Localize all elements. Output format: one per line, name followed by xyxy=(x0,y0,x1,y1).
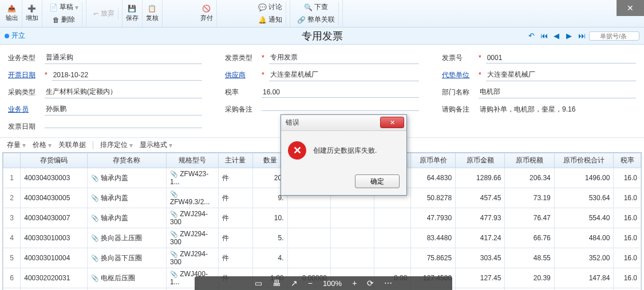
inv-type-field[interactable]: 专用发票 xyxy=(269,51,419,64)
cell-spec[interactable]: 📎 ZFW49.3/2... xyxy=(166,188,218,208)
cell-code[interactable]: 400303010004 xyxy=(21,248,88,268)
zoom-in-button[interactable]: + xyxy=(352,279,357,288)
col-total[interactable]: 原币价税合计 xyxy=(554,153,614,168)
cell-amt[interactable]: 303.45 xyxy=(456,248,505,268)
col-price[interactable]: 原币单价 xyxy=(411,153,456,168)
cell-spec[interactable]: 📎 ZWJ294-300 xyxy=(166,228,218,248)
pur-type-field[interactable]: 生产材料采购(定额内） xyxy=(45,86,202,98)
zoom-rotate-icon[interactable]: ⟳ xyxy=(367,279,374,288)
cell-name[interactable]: 📎 前轴承外盖 xyxy=(87,288,166,291)
zoom-print-icon[interactable]: 🖶 xyxy=(272,279,280,288)
cell-tax[interactable]: 206.34 xyxy=(505,168,554,188)
cell-rate[interactable]: 16.0 xyxy=(614,288,641,291)
cell-tax[interactable]: 73.19 xyxy=(505,188,554,208)
cell-rate[interactable]: 16.0 xyxy=(614,208,641,228)
related-button[interactable]: 🔗整单关联 xyxy=(294,14,339,26)
cell-unit[interactable]: 件 xyxy=(218,228,252,248)
cell-price[interactable]: 47.7930 xyxy=(411,208,456,228)
cell-name[interactable]: 📎 换向器下压圈 xyxy=(87,248,166,268)
cell-price[interactable]: 64.4830 xyxy=(411,168,456,188)
cell-total[interactable]: 171.60 xyxy=(554,288,614,291)
cell-name[interactable]: 📎 换向器上压圈 xyxy=(87,228,166,248)
dept-field[interactable]: 电机部 xyxy=(479,86,636,98)
supplier-field[interactable]: 大连奎星机械厂 xyxy=(269,69,419,81)
cell-h6[interactable] xyxy=(287,228,331,248)
tax-rate-field[interactable]: 16.00 xyxy=(262,87,419,98)
adv-unit-field[interactable]: 大连奎星机械厂 xyxy=(486,69,636,81)
cell-h8[interactable] xyxy=(374,208,411,228)
inv-no-field[interactable]: 0001 xyxy=(486,53,636,63)
biz-type-field[interactable]: 普通采购 xyxy=(45,51,202,64)
first-button[interactable]: ⏮ xyxy=(539,31,549,41)
cell-code[interactable]: 400302020031 xyxy=(21,268,88,288)
add-button[interactable]: ➕ 增加 xyxy=(22,0,42,27)
cell-amt[interactable]: 477.93 xyxy=(456,208,505,228)
table-row[interactable]: 3400304030007📎 轴承内盖📎 ZWJ294-300件10.47.79… xyxy=(3,208,641,228)
cell-amt[interactable]: 457.45 xyxy=(456,188,505,208)
cell-tax[interactable]: 76.47 xyxy=(505,208,554,228)
price-button[interactable]: 价格▾ xyxy=(33,140,52,150)
cell-name[interactable]: 📎 轴承内盖 xyxy=(87,168,166,188)
cell-amt[interactable]: 147.93 xyxy=(456,288,505,291)
cell-total[interactable]: 352.00 xyxy=(554,248,614,268)
cell-spec[interactable]: 📎 ZWJ294-300 xyxy=(166,208,218,228)
cell-name[interactable]: 📎 电枢后压圈 xyxy=(87,268,166,288)
audit-button[interactable]: 📋 复核 xyxy=(143,0,163,27)
col-tax[interactable]: 原币税额 xyxy=(505,153,554,168)
inv-date-label[interactable]: 开票日期 xyxy=(8,70,40,80)
stock-button[interactable]: 存量▾ xyxy=(7,140,26,150)
cell-amt[interactable]: 127.45 xyxy=(456,268,505,288)
cell-h8[interactable] xyxy=(374,248,411,268)
cell-h6[interactable] xyxy=(287,248,331,268)
delete-button[interactable]: 🗑删除 xyxy=(46,14,82,26)
inv-date-field[interactable]: 2018-10-22 xyxy=(52,70,202,81)
cell-tax[interactable]: 20.39 xyxy=(505,268,554,288)
save-button[interactable]: 💾 保存 xyxy=(123,0,143,27)
cell-unit[interactable]: 件 xyxy=(218,188,252,208)
cell-unit[interactable]: 件 xyxy=(218,248,252,268)
col-name[interactable]: 存货名称 xyxy=(87,153,166,168)
cell-code[interactable]: 400304030007 xyxy=(21,208,88,228)
undo-button[interactable]: ↶ xyxy=(526,31,536,41)
cell-unit[interactable]: 件 xyxy=(218,208,252,228)
cell-qty[interactable]: 5. xyxy=(253,228,287,248)
dialog-titlebar[interactable]: 错误 ✕ xyxy=(281,115,406,131)
col-rownum[interactable] xyxy=(3,153,21,168)
cell-tax[interactable]: 66.76 xyxy=(505,228,554,248)
cell-qty[interactable]: 4. xyxy=(253,248,287,268)
cell-price[interactable]: 50.8278 xyxy=(411,188,456,208)
cell-rate[interactable]: 16.0 xyxy=(614,168,641,188)
col-rate[interactable]: 税率 xyxy=(614,153,641,168)
col-amt[interactable]: 原币金额 xyxy=(456,153,505,168)
prev-button[interactable]: ◀ xyxy=(551,31,562,41)
cell-code[interactable]: 400303010003 xyxy=(21,228,88,248)
cell-total[interactable]: 1496.00 xyxy=(554,168,614,188)
cell-amt[interactable]: 1289.66 xyxy=(456,168,505,188)
cell-code[interactable]: 400304020081 xyxy=(21,288,88,291)
sales-label[interactable]: 业务员 xyxy=(8,105,40,114)
cell-rate[interactable]: 16.0 xyxy=(614,248,641,268)
next-button[interactable]: ▶ xyxy=(564,31,574,41)
cell-h7[interactable] xyxy=(331,248,374,268)
cell-code[interactable]: 400304030005 xyxy=(21,188,88,208)
cell-name[interactable]: 📎 轴承内盖 xyxy=(87,188,166,208)
zoom-out-button[interactable]: − xyxy=(308,279,313,288)
cell-h7[interactable] xyxy=(331,208,374,228)
cell-rate[interactable]: 16.0 xyxy=(614,228,641,248)
close-button[interactable]: ✕ xyxy=(617,0,644,16)
export-button[interactable]: 📤 输出 xyxy=(2,0,22,27)
discard-button[interactable]: 🚫 弃付 xyxy=(197,0,217,27)
col-spec[interactable]: 规格型号 xyxy=(166,153,218,168)
dialog-close-button[interactable]: ✕ xyxy=(380,117,404,128)
cell-h7[interactable] xyxy=(331,228,374,248)
cell-code[interactable]: 400304030003 xyxy=(21,168,88,188)
cell-spec[interactable]: 📎 ZWJ294-300 xyxy=(166,248,218,268)
sort-button[interactable]: 排序定位▾ xyxy=(100,140,133,150)
cell-price[interactable]: 75.8625 xyxy=(411,248,456,268)
cell-h8[interactable] xyxy=(374,228,411,248)
col-unit[interactable]: 主计量 xyxy=(218,153,252,168)
zoom-share-icon[interactable]: ↗ xyxy=(291,279,298,288)
pur-memo-field[interactable] xyxy=(262,108,419,111)
sales-field[interactable]: 孙振鹏 xyxy=(45,103,202,116)
cell-rate[interactable]: 16.0 xyxy=(614,268,641,288)
